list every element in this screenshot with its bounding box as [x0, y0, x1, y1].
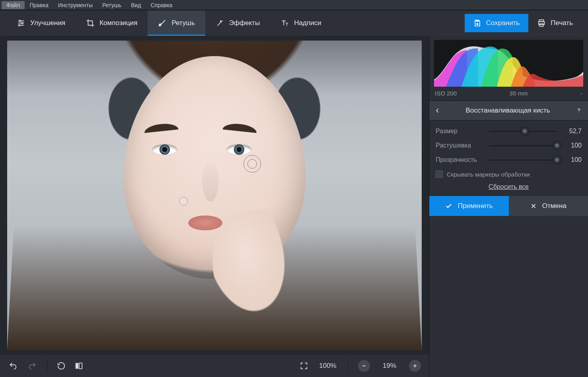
feather-control: Растушевка 100: [436, 142, 582, 149]
undo-button[interactable]: [8, 361, 18, 370]
side-panel: ISO 200 35 mm - Восстанавливающая кисть …: [429, 36, 588, 377]
crop-icon: [86, 19, 95, 27]
fit-screen-button[interactable]: [300, 361, 308, 370]
focal-readout: 35 mm: [510, 90, 528, 97]
photo-canvas[interactable]: [7, 41, 422, 350]
print-label: Печать: [551, 19, 573, 27]
menu-tools[interactable]: Инструменты: [53, 1, 97, 9]
tab-label: Улучшения: [30, 19, 65, 27]
tab-enhance[interactable]: Улучшения: [6, 10, 76, 36]
apply-button[interactable]: Применить: [429, 196, 509, 216]
save-icon: [473, 19, 481, 27]
photo-metadata: ISO 200 35 mm -: [429, 88, 588, 101]
histogram[interactable]: [434, 40, 583, 87]
tool-panel-title: Восстанавливающая кисть: [465, 107, 550, 115]
reset-all-link[interactable]: Сбросить все: [436, 183, 582, 190]
menu-edit[interactable]: Правка: [25, 1, 53, 9]
svg-point-5: [19, 25, 20, 26]
brush-icon: [158, 19, 167, 27]
wand-icon: [216, 19, 224, 27]
tab-label: Композиция: [99, 19, 137, 27]
panel-actions: Применить Отмена: [429, 196, 588, 216]
text-icon: [280, 19, 289, 27]
opacity-label: Прозрачность: [436, 156, 483, 163]
opacity-slider[interactable]: [489, 156, 557, 163]
zoom-out-button[interactable]: [358, 360, 370, 372]
canvas-footer: 100% 19%: [0, 355, 429, 377]
zoom-in-button[interactable]: [409, 360, 421, 372]
svg-point-3: [19, 20, 21, 22]
apply-label: Применить: [458, 202, 493, 210]
tab-label: Ретушь: [171, 19, 195, 27]
back-button[interactable]: [435, 106, 440, 115]
view-scale-readout: 100%: [317, 362, 339, 370]
save-button[interactable]: Сохранить: [465, 14, 528, 32]
svg-rect-6: [476, 20, 479, 22]
feather-slider[interactable]: [489, 142, 557, 149]
redo-button[interactable]: [27, 361, 37, 370]
main-toolbar: Улучшения Композиция Ретушь Эффекты Надп…: [0, 10, 588, 36]
save-label: Сохранить: [486, 19, 520, 27]
tab-effects[interactable]: Эффекты: [205, 10, 270, 36]
print-icon: [537, 19, 546, 27]
hide-markers-row[interactable]: Скрывать маркеры обработки: [436, 171, 582, 178]
size-control: Размер 52,7: [436, 128, 582, 135]
meta-dash: -: [580, 90, 582, 97]
tab-composition[interactable]: Композиция: [76, 10, 148, 36]
opacity-value: 100: [563, 156, 582, 163]
feather-value: 100: [563, 142, 582, 149]
tab-text[interactable]: Надписи: [270, 10, 331, 36]
print-button[interactable]: Печать: [528, 14, 582, 32]
help-button[interactable]: [575, 107, 582, 114]
compare-button[interactable]: [74, 361, 83, 370]
check-icon: [445, 202, 452, 210]
tool-panel-header: Восстанавливающая кисть: [429, 101, 588, 120]
size-slider[interactable]: [489, 128, 557, 135]
tab-retouch[interactable]: Ретушь: [148, 10, 205, 36]
menu-bar: Файл Правка Инструменты Ретушь Вид Справ…: [0, 0, 588, 10]
sliders-icon: [17, 19, 25, 27]
zoom-readout: 19%: [379, 362, 400, 370]
svg-rect-12: [79, 363, 82, 369]
menu-file[interactable]: Файл: [2, 1, 25, 9]
menu-retouch[interactable]: Ретушь: [97, 1, 126, 9]
workspace: 100% 19% ISO 200 3: [0, 36, 588, 377]
size-label: Размер: [436, 128, 483, 135]
menu-view[interactable]: Вид: [126, 1, 146, 9]
close-icon: [530, 203, 537, 209]
cancel-label: Отмена: [542, 202, 567, 210]
svg-point-16: [578, 112, 579, 113]
svg-point-7: [476, 23, 478, 25]
opacity-control: Прозрачность 100: [436, 156, 582, 163]
hide-markers-label: Скрывать маркеры обработки: [447, 171, 530, 178]
tab-label: Надписи: [294, 19, 321, 27]
size-value: 52,7: [563, 128, 582, 135]
tab-label: Эффекты: [229, 19, 260, 27]
canvas-viewport[interactable]: [0, 36, 429, 355]
menu-help[interactable]: Справка: [146, 1, 177, 9]
tool-panel-body: Размер 52,7 Растушевка 100 Прозрачность …: [429, 120, 588, 216]
svg-point-4: [21, 22, 23, 24]
canvas-area: 100% 19%: [0, 36, 429, 377]
feather-label: Растушевка: [436, 142, 483, 149]
rotate-button[interactable]: [57, 361, 66, 370]
hide-markers-checkbox[interactable]: [436, 171, 443, 178]
cancel-button[interactable]: Отмена: [509, 196, 588, 216]
iso-readout: ISO 200: [435, 90, 457, 97]
svg-rect-11: [76, 363, 78, 369]
